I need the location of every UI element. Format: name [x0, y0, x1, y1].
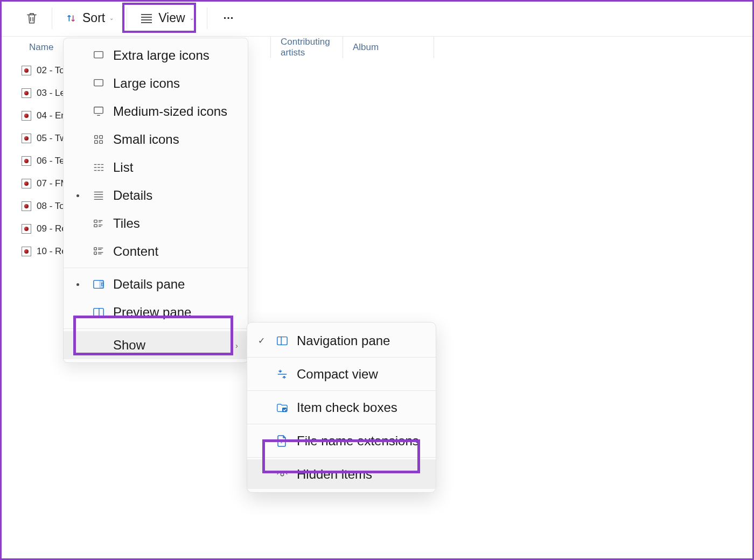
bullet-icon	[76, 194, 79, 197]
svg-rect-40	[94, 309, 103, 317]
menu-item-label: Extra large icons	[113, 48, 210, 63]
check-icon: ✓	[258, 335, 265, 346]
menu-separator	[247, 357, 436, 358]
sort-label: Sort	[82, 11, 105, 25]
toolbar-divider	[52, 8, 52, 29]
svg-rect-31	[94, 248, 97, 250]
chevron-down-icon: ⌄	[190, 15, 194, 21]
audio-file-icon	[22, 66, 31, 75]
svg-rect-8	[95, 136, 98, 138]
monitor-stand-icon	[93, 106, 104, 117]
menu-item-list[interactable]: List	[64, 153, 248, 181]
menu-separator	[247, 457, 436, 458]
svg-rect-4	[94, 52, 103, 58]
menu-item-label: Small icons	[113, 132, 179, 147]
svg-text:B: B	[101, 282, 104, 287]
chevron-right-icon: ›	[235, 341, 238, 350]
submenu-item-hidden-items[interactable]: Hidden items	[247, 459, 436, 489]
submenu-item-navigation-pane[interactable]: ✓Navigation pane	[247, 326, 436, 355]
audio-file-icon	[22, 111, 31, 121]
view-dropdown-menu: Extra large iconsLarge iconsMedium-sized…	[63, 38, 248, 363]
preview-pane-icon	[93, 306, 104, 318]
submenu-item-label: Compact view	[297, 367, 378, 382]
svg-rect-42	[277, 337, 287, 345]
menu-separator	[64, 328, 248, 329]
nav-pane-icon	[276, 335, 288, 347]
svg-rect-11	[100, 141, 103, 144]
audio-file-icon	[22, 201, 31, 211]
monitor-icon	[93, 50, 104, 61]
list-3col-icon	[93, 162, 104, 173]
bullet-icon	[76, 283, 79, 286]
audio-file-icon	[22, 224, 31, 234]
menu-item-label: Tiles	[113, 216, 140, 231]
delete-button[interactable]	[18, 8, 45, 29]
svg-point-47	[281, 473, 284, 476]
col-contributing-artists[interactable]: Contributing artists	[270, 37, 343, 58]
show-submenu: ✓Navigation paneCompact viewItem check b…	[247, 322, 436, 493]
menu-item-label: Medium-sized icons	[113, 104, 227, 119]
file-name: 02 - To	[37, 65, 65, 76]
svg-rect-25	[94, 220, 97, 223]
view-button[interactable]: View ⌄	[134, 8, 200, 29]
audio-file-icon	[22, 247, 31, 256]
tiles-icon	[93, 218, 104, 229]
svg-rect-5	[94, 80, 103, 86]
svg-text:1: 1	[280, 439, 283, 444]
menu-item-label: Show	[113, 338, 145, 353]
submenu-item-label: Navigation pane	[297, 333, 390, 348]
trash-icon	[25, 11, 39, 26]
svg-rect-28	[94, 225, 97, 227]
audio-file-icon	[22, 156, 31, 166]
svg-rect-34	[94, 252, 97, 255]
menu-separator	[247, 390, 436, 391]
more-options-button[interactable]: ···	[214, 9, 244, 27]
list-lines-icon	[140, 13, 153, 24]
submenu-item-label: Item check boxes	[297, 400, 397, 415]
sort-button[interactable]: Sort ⌄	[59, 8, 120, 29]
hidden-eye-icon	[276, 468, 288, 480]
menu-separator	[247, 424, 436, 424]
compact-icon	[276, 368, 288, 380]
menu-item-large-icons[interactable]: Large icons	[64, 69, 248, 97]
svg-rect-6	[94, 107, 103, 114]
audio-file-icon	[22, 134, 31, 143]
menu-item-preview-pane[interactable]: Preview pane	[64, 298, 248, 326]
menu-item-label: List	[113, 160, 133, 175]
chevron-down-icon: ⌄	[109, 15, 114, 21]
menu-item-label: Large icons	[113, 76, 180, 91]
svg-rect-9	[100, 136, 103, 138]
menu-item-small-icons[interactable]: Small icons	[64, 125, 248, 153]
audio-file-icon	[22, 88, 31, 98]
menu-item-extra-large-icons[interactable]: Extra large icons	[64, 41, 248, 69]
grid-small-icon	[93, 134, 104, 145]
col-album[interactable]: Album	[343, 37, 434, 58]
file-ext-icon: 1	[276, 435, 288, 447]
menu-item-medium-sized-icons[interactable]: Medium-sized icons	[64, 97, 248, 125]
menu-item-details[interactable]: Details	[64, 181, 248, 209]
submenu-item-item-check-boxes[interactable]: Item check boxes	[247, 393, 436, 422]
list-lines-icon	[93, 190, 104, 201]
menu-item-label: Details pane	[113, 277, 185, 292]
sort-icon	[65, 12, 77, 24]
menu-item-tiles[interactable]: Tiles	[64, 209, 248, 237]
menu-separator	[64, 268, 248, 268]
menu-item-content[interactable]: Content	[64, 237, 248, 265]
submenu-item-label: Hidden items	[297, 467, 372, 482]
svg-rect-45	[282, 408, 287, 412]
details-pane-icon: B	[93, 278, 104, 290]
submenu-item-compact-view[interactable]: Compact view	[247, 359, 436, 389]
submenu-item-file-name-extensions[interactable]: 1File name extensions	[247, 426, 436, 456]
toolbar-divider	[127, 8, 127, 29]
checkbox-folder-icon	[276, 402, 288, 414]
audio-file-icon	[22, 179, 31, 188]
svg-rect-10	[95, 141, 98, 144]
menu-item-label: Content	[113, 244, 158, 259]
menu-item-details-pane[interactable]: BDetails pane	[64, 270, 248, 298]
toolbar: Sort ⌄ View ⌄ ···	[0, 0, 754, 37]
menu-item-label: Details	[113, 188, 152, 203]
toolbar-divider	[207, 8, 207, 29]
monitor-icon	[93, 78, 104, 89]
menu-item-label: Preview pane	[113, 305, 191, 320]
menu-item-show[interactable]: Show›	[64, 331, 248, 359]
